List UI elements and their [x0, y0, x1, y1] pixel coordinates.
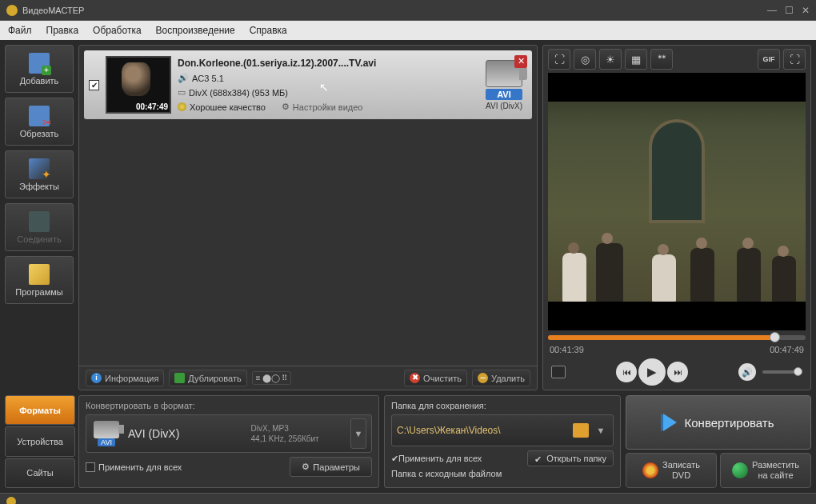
- volume-slider[interactable]: [762, 370, 802, 374]
- video-info: DivX (688x384) (953 МБ): [189, 88, 288, 98]
- merge-icon: [29, 211, 50, 232]
- seek-knob[interactable]: [770, 332, 780, 342]
- tab-devices[interactable]: Устройства: [5, 426, 75, 456]
- audio-info: AC3 5.1: [192, 74, 224, 83]
- burn-dvd-button[interactable]: Записать DVD: [626, 453, 717, 488]
- motion-button[interactable]: ᕯ: [650, 49, 673, 70]
- sidebar: Добавить Обрезать Эффекты Соединить Прог…: [5, 45, 74, 390]
- gear-icon: ⚙: [282, 102, 290, 112]
- minimize-button[interactable]: —: [767, 5, 777, 16]
- brightness-button[interactable]: ☀: [599, 49, 622, 70]
- snapshot-button[interactable]: [551, 366, 566, 378]
- next-frame-button[interactable]: ⏭: [667, 362, 688, 382]
- source-folder-checkbox[interactable]: Папка с исходным файлом: [391, 469, 502, 478]
- video-settings-link[interactable]: ⚙Настройки видео: [282, 102, 363, 112]
- statusbar: [0, 493, 816, 504]
- save-path-field[interactable]: C:\Users\Жекан\Videos\ ▼: [391, 414, 614, 446]
- tab-formats[interactable]: Форматы: [5, 395, 75, 425]
- quality-icon: [178, 102, 186, 111]
- effects-button[interactable]: Эффекты: [5, 150, 74, 198]
- seek-bar[interactable]: [548, 335, 806, 340]
- menu-playback[interactable]: Воспроизведение: [156, 25, 235, 36]
- app-title: ВидеоМАСТЕР: [22, 6, 84, 15]
- params-button[interactable]: ⚙Параметры: [290, 457, 372, 477]
- convert-button[interactable]: Конвертировать: [626, 395, 811, 450]
- clear-button[interactable]: ✖Очистить: [404, 370, 467, 386]
- path-dropdown-button[interactable]: ▼: [594, 426, 608, 435]
- open-folder-button[interactable]: ✔Открыть папку: [527, 450, 614, 466]
- save-panel: Папка для сохранения: C:\Users\Жекан\Vid…: [384, 395, 621, 488]
- add-button[interactable]: Добавить: [5, 45, 74, 93]
- convert-arrow-icon: [663, 414, 677, 431]
- close-window-button[interactable]: ✕: [802, 5, 810, 16]
- format-selector[interactable]: AVI AVI (DivX) DivX, MP344,1 KHz, 256Кби…: [86, 414, 372, 453]
- upload-button[interactable]: Разместить на сайте: [720, 453, 811, 488]
- fullscreen-button[interactable]: ⛶: [783, 49, 806, 70]
- info-button[interactable]: iИнформация: [86, 370, 164, 386]
- merge-button[interactable]: Соединить: [5, 203, 74, 251]
- volume-knob[interactable]: [794, 367, 802, 376]
- minus-icon: −: [478, 373, 488, 383]
- maximize-button[interactable]: ☐: [785, 5, 794, 16]
- audio-icon: 🔊: [178, 73, 189, 83]
- duplicate-button[interactable]: Дублировать: [169, 370, 246, 386]
- video-icon: ▭: [178, 87, 186, 98]
- time-total: 00:47:49: [770, 345, 804, 354]
- file-checkbox[interactable]: ✔: [89, 80, 99, 90]
- list-toolbar: iИнформация Дублировать ≡⬤◯⠿ ✖Очистить −…: [79, 366, 537, 390]
- preview-panel: ⛶ ◎ ☀ ▦ ᕯ GIF ⛶ 00:41:39 00:47:49: [542, 45, 811, 390]
- file-row[interactable]: ✔ 00:47:49 Don.Korleone.(01.seriya.iz.12…: [84, 50, 532, 119]
- tab-sites[interactable]: Сайты: [5, 458, 75, 488]
- format-header: Конвертировать в формат:: [86, 401, 372, 410]
- menubar: Файл Правка Обработка Воспроизведение Сп…: [0, 21, 816, 40]
- menu-edit[interactable]: Правка: [46, 25, 79, 36]
- menu-process[interactable]: Обработка: [93, 25, 142, 36]
- view-toggle[interactable]: ≡⬤◯⠿: [252, 371, 291, 385]
- format-dropdown-button[interactable]: ▼: [350, 418, 366, 449]
- rotate-button[interactable]: ◎: [574, 49, 596, 70]
- menu-file[interactable]: Файл: [8, 25, 32, 36]
- gif-button[interactable]: GIF: [758, 49, 780, 70]
- format-name: AVI (DivX): [128, 427, 245, 440]
- programs-icon: [29, 264, 50, 285]
- quality-label: Хорошее качество: [190, 102, 266, 112]
- delete-button[interactable]: −Удалить: [472, 370, 530, 386]
- save-path: C:\Users\Жекан\Videos\: [397, 425, 568, 436]
- video-preview[interactable]: [548, 73, 806, 330]
- action-panel: Конвертировать Записать DVD Разместить н…: [626, 395, 811, 488]
- add-icon: [29, 53, 50, 74]
- info-icon: i: [91, 373, 102, 383]
- prev-frame-button[interactable]: ⏮: [616, 362, 637, 382]
- save-apply-all-checkbox[interactable]: ✔Применить для всех: [391, 454, 482, 464]
- file-name: Don.Korleone.(01.seriya.iz.12).2007....T…: [178, 58, 474, 69]
- time-current: 00:41:39: [550, 345, 584, 354]
- clear-icon: ✖: [410, 373, 420, 383]
- browse-folder-button[interactable]: [573, 423, 589, 438]
- format-panel: Конвертировать в формат: AVI AVI (DivX) …: [78, 395, 379, 488]
- format-tabs: Форматы Устройства Сайты: [5, 395, 75, 488]
- file-list-panel: ✔ 00:47:49 Don.Korleone.(01.seriya.iz.12…: [78, 45, 538, 390]
- format-icon: AVI: [91, 421, 122, 446]
- speed-controls-button[interactable]: ▦: [625, 49, 647, 70]
- file-thumbnail[interactable]: 00:47:49: [106, 56, 171, 114]
- gear-icon: ⚙: [302, 462, 310, 472]
- programs-button[interactable]: Программы: [5, 256, 74, 304]
- effects-icon: [29, 158, 50, 179]
- save-header: Папка для сохранения:: [391, 401, 614, 410]
- remove-file-button[interactable]: ✕: [514, 55, 527, 68]
- menu-help[interactable]: Справка: [250, 25, 287, 36]
- play-button[interactable]: ▶: [638, 358, 666, 386]
- status-icon: [6, 497, 16, 505]
- crop-button[interactable]: ⛶: [548, 49, 570, 70]
- thumb-timestamp: 00:47:49: [136, 102, 168, 111]
- titlebar: ВидеоМАСТЕР — ☐ ✕: [0, 0, 816, 21]
- disc-icon: [642, 462, 658, 478]
- cut-icon: [29, 106, 50, 126]
- mute-button[interactable]: 🔊: [738, 363, 756, 381]
- duplicate-icon: [174, 373, 185, 383]
- globe-icon: [732, 462, 748, 478]
- app-logo-icon: [6, 5, 18, 16]
- cut-button[interactable]: Обрезать: [5, 98, 74, 146]
- format-apply-all-checkbox[interactable]: Применить для всех: [86, 462, 182, 472]
